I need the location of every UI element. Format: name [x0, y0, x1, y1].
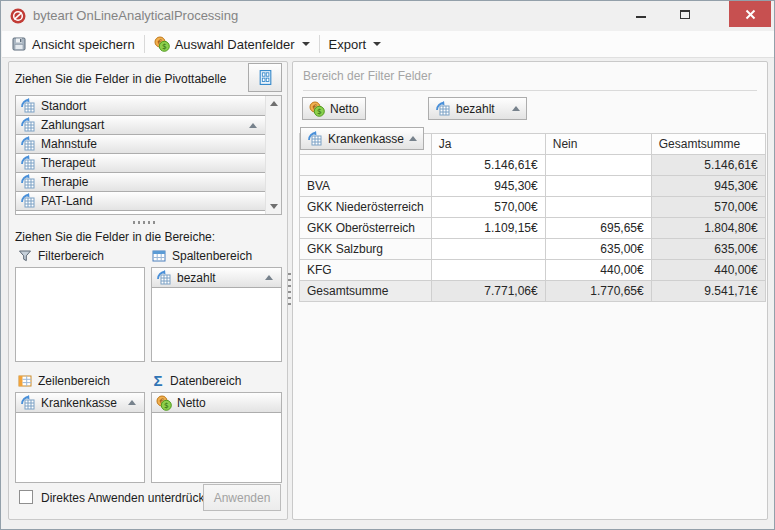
window-title: byteart OnLineAnalyticalProcessing: [33, 8, 238, 23]
save-view-button[interactable]: Ansicht speichern: [2, 31, 144, 57]
table-row: GKK Salzburg 635,00€ 635,00€: [300, 239, 766, 260]
cell-value-total[interactable]: 570,00€: [651, 197, 765, 218]
column-area-header: Spaltenbereich: [151, 248, 252, 264]
chevron-down-icon: [373, 42, 381, 46]
cell-value[interactable]: 695,65€: [545, 218, 651, 239]
filter-area-box[interactable]: [15, 267, 145, 362]
scroll-up-icon[interactable]: [266, 96, 282, 111]
cell-value-total[interactable]: 7.771,06€: [431, 281, 545, 302]
pivot-column-chip-bezahlt[interactable]: bezahlt: [428, 97, 527, 120]
column-header-nein[interactable]: Nein: [545, 134, 651, 155]
row-label-gesamtsumme[interactable]: Gesamtsumme: [300, 281, 432, 302]
row-label[interactable]: [300, 155, 432, 176]
svg-text:$: $: [162, 42, 167, 51]
vertical-splitter-handle[interactable]: [288, 273, 291, 307]
field-item-therapie[interactable]: Therapie: [16, 172, 265, 192]
row-label[interactable]: BVA: [300, 176, 432, 197]
column-header-ja[interactable]: Ja: [431, 134, 545, 155]
pivot-field-icon: [20, 155, 36, 171]
cell-value-total[interactable]: 5.146,61€: [651, 155, 765, 176]
pivot-panel: Bereich der Filter Felder €$ Netto bezah…: [292, 61, 768, 520]
pivot-field-icon: [20, 174, 36, 190]
pivot-field-icon: [20, 395, 36, 411]
minimize-icon: [636, 16, 646, 18]
row-area-header: Zeilenbereich: [17, 373, 110, 389]
export-dropdown-button[interactable]: Export: [320, 31, 391, 57]
chip-label: bezahlt: [456, 102, 495, 116]
pivot-field-icon: [20, 136, 36, 152]
grand-total-row: Gesamtsumme 7.771,06€ 1.770,65€ 9.541,71…: [300, 281, 766, 302]
app-icon: [10, 8, 26, 24]
datafields-label: Auswahl Datenfelder: [175, 37, 295, 52]
cell-value-total[interactable]: 1.770,65€: [545, 281, 651, 302]
column-area-title: Spaltenbereich: [172, 249, 252, 263]
pivot-row-chip-krankenkasse[interactable]: Krankenkasse: [300, 127, 424, 150]
cell-value[interactable]: 570,00€: [431, 197, 545, 218]
field-item-pat-land[interactable]: PAT-Land: [16, 191, 265, 211]
drag-fields-label: Ziehen Sie die Felder in die Pivottabell…: [15, 72, 226, 86]
suppress-apply-checkbox[interactable]: [19, 490, 33, 504]
grid-icon: [257, 69, 274, 86]
row-label[interactable]: KFG: [300, 260, 432, 281]
cell-value[interactable]: [545, 176, 651, 197]
cell-value-grand-total[interactable]: 9.541,71€: [651, 281, 765, 302]
cell-value[interactable]: [431, 260, 545, 281]
row-label[interactable]: GKK Niederösterreich: [300, 197, 432, 218]
cell-value[interactable]: [431, 239, 545, 260]
row-area-chip-krankenkasse[interactable]: Krankenkasse: [16, 393, 144, 413]
data-area-title: Datenbereich: [170, 374, 241, 388]
filter-fields-area-label: Bereich der Filter Felder: [303, 69, 432, 83]
field-item-therapeut[interactable]: Therapeut: [16, 153, 265, 173]
cell-value[interactable]: 945,30€: [431, 176, 545, 197]
horizontal-splitter-handle[interactable]: [133, 221, 157, 224]
table-row: BVA 945,30€ 945,30€: [300, 176, 766, 197]
apply-button[interactable]: Anwenden: [203, 484, 281, 511]
cell-value[interactable]: [545, 197, 651, 218]
field-item-zahlungsart[interactable]: Zahlungsart: [16, 115, 265, 135]
column-area-chip-bezahlt[interactable]: bezahlt: [152, 268, 281, 288]
data-area-chip-netto[interactable]: €$ Netto: [152, 393, 281, 413]
datafields-dropdown-button[interactable]: € $ Auswahl Datenfelder: [145, 31, 319, 57]
field-chooser-panel: Ziehen Sie die Felder in die Pivottabell…: [8, 61, 288, 520]
filter-icon: [17, 248, 33, 264]
field-list-scrollbar[interactable]: [265, 96, 281, 214]
drag-areas-label: Ziehen Sie die Felder in die Bereiche:: [15, 230, 215, 244]
maximize-button[interactable]: [665, 1, 705, 27]
field-item-standort[interactable]: Standort: [16, 96, 265, 116]
chip-label: Netto: [330, 102, 359, 116]
field-item-label: Zahlungsart: [41, 118, 104, 132]
cell-value-total[interactable]: 945,30€: [651, 176, 765, 197]
row-label[interactable]: GKK Oberösterreich: [300, 218, 432, 239]
data-area-header: Σ Datenbereich: [151, 373, 241, 388]
chip-label: Krankenkasse: [328, 132, 404, 146]
data-area-box[interactable]: €$ Netto: [151, 392, 282, 483]
field-item-mahnstufe[interactable]: Mahnstufe: [16, 134, 265, 154]
save-icon: [11, 36, 27, 52]
close-button[interactable]: [729, 1, 771, 27]
cell-value[interactable]: 5.146,61€: [431, 155, 545, 176]
app-window: byteart OnLineAnalyticalProcessing Ansic…: [0, 0, 775, 530]
table-row: GKK Oberösterreich 1.109,15€ 695,65€ 1.8…: [300, 218, 766, 239]
pivot-field-icon: [20, 193, 36, 209]
column-header-gesamtsumme[interactable]: Gesamtsumme: [651, 134, 765, 155]
cell-value-total[interactable]: 440,00€: [651, 260, 765, 281]
field-item-label: Standort: [41, 99, 86, 113]
row-area-box[interactable]: Krankenkasse: [15, 392, 145, 483]
cell-value[interactable]: 440,00€: [545, 260, 651, 281]
cell-value[interactable]: 635,00€: [545, 239, 651, 260]
scroll-down-icon[interactable]: [266, 199, 282, 214]
sort-ascending-icon: [409, 136, 417, 141]
column-area-box[interactable]: bezahlt: [151, 267, 282, 362]
cell-value[interactable]: [545, 155, 651, 176]
row-label[interactable]: GKK Salzburg: [300, 239, 432, 260]
cell-value-total[interactable]: 1.804,80€: [651, 218, 765, 239]
table-row: GKK Niederösterreich 570,00€ 570,00€: [300, 197, 766, 218]
pivot-field-icon: [20, 98, 36, 114]
cell-value-total[interactable]: 635,00€: [651, 239, 765, 260]
minimize-button[interactable]: [621, 1, 661, 27]
title-bar[interactable]: byteart OnLineAnalyticalProcessing: [1, 1, 774, 31]
pivot-data-chip-netto[interactable]: €$ Netto: [302, 97, 366, 120]
layout-grid-button[interactable]: [248, 63, 282, 92]
cell-value[interactable]: 1.109,15€: [431, 218, 545, 239]
pivot-field-icon: [20, 117, 36, 133]
